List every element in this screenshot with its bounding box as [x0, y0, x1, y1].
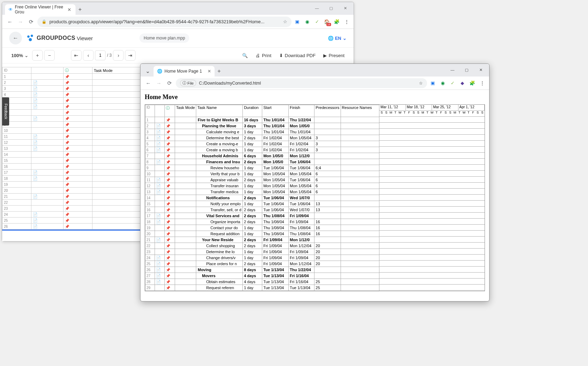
gantt-area: Mar 11, '12Mar 18, '12Mar 25, '12Apr 1, …: [379, 105, 485, 291]
table-row[interactable]: 5📄📌Create a moving-e1 dayFri 1/02/04Fri …: [145, 141, 379, 147]
table-row[interactable]: 7📌Household Adminis6 daysMon 1/05/0Mon 1…: [145, 153, 379, 159]
ext3-icon[interactable]: ✓: [313, 18, 320, 25]
fwd-nav-icon[interactable]: →: [16, 18, 25, 26]
ext4-icon[interactable]: 🏠16: [323, 18, 330, 25]
extensions: ▣ ◉ ✓ 🏠16 🧩 ⋮: [294, 18, 350, 25]
table-row[interactable]: 14📌Notifications2 daysTue 1/06/04Wed 1/0…: [145, 195, 379, 201]
file-proto-pill[interactable]: ⓘ File: [180, 80, 196, 86]
table-row[interactable]: 16📌Transfer, sell, or d2 daysTue 1/06/04…: [145, 207, 379, 213]
close-icon[interactable]: ✕: [208, 69, 211, 74]
omnibox[interactable]: ⓘ File C:/Downloads/myConverted.html ☆: [176, 78, 427, 88]
table-row[interactable]: 27📄📌Movers4 daysTue 1/13/04Fri 1/16/04: [145, 273, 379, 279]
table-row[interactable]: 12📄📌Transfer insuran1 dayMon 1/05/04Mon …: [145, 183, 379, 189]
front-body[interactable]: Home Move IDⓘTask ModeTask NameDurationS…: [140, 90, 489, 301]
minimize-btn[interactable]: —: [310, 4, 324, 13]
print-btn[interactable]: 🖨 Print: [253, 51, 274, 60]
present-btn[interactable]: ▶ Present: [321, 51, 347, 60]
table-row[interactable]: 20📌Request addition1 dayThu 1/08/04Thu 1…: [145, 231, 379, 237]
globe-icon: 🌐: [328, 36, 334, 41]
table-row[interactable]: 26📄📌Moving8 daysTue 1/13/04Thu 1/22/04: [145, 267, 379, 273]
close-icon[interactable]: ✕: [67, 6, 72, 13]
reload-icon[interactable]: ⟳: [27, 18, 35, 26]
ext2-icon[interactable]: ◉: [304, 18, 311, 25]
omnibox[interactable]: 🔒 products.groupdocs.app/viewer/app/?lan…: [37, 17, 292, 27]
front-window-controls: — ▢ ✕: [445, 65, 488, 74]
page-nav: ⇤ ‹ / 3 › ⇥: [71, 50, 136, 61]
doc-title: Home Move: [145, 93, 485, 101]
page-input[interactable]: [95, 50, 106, 60]
page-total: / 3: [107, 53, 112, 58]
back-nav-icon[interactable]: ←: [144, 79, 152, 87]
ext1-icon[interactable]: ▣: [294, 18, 301, 25]
new-tab-btn[interactable]: +: [215, 66, 223, 77]
fwd-nav-icon[interactable]: →: [155, 79, 163, 87]
front-grid: IDⓘTask ModeTask NameDurationStartFinish…: [145, 104, 485, 291]
front-tab[interactable]: 🌐 Home Move Page 1 ✕: [154, 66, 215, 77]
back-address-bar: ← → ⟳ 🔒 products.groupdocs.app/viewer/ap…: [2, 15, 354, 29]
star-icon[interactable]: ☆: [419, 81, 423, 86]
reload-icon[interactable]: ⟳: [165, 79, 174, 87]
table-row[interactable]: 18📄📌Organize importa2 daysThu 1/08/04Fri…: [145, 219, 379, 225]
first-page[interactable]: ⇤: [71, 50, 82, 61]
extensions: ▣ ◉ ✓ ◆ 🧩 ⋮: [429, 80, 486, 87]
gd-logo: GROUPDOCS Viewer: [26, 33, 93, 43]
tab-title: Free Online Viewer | Free Grou: [15, 5, 65, 14]
table-row[interactable]: 11📄📌Appraise valuab2 daysMon 1/05/04Tue …: [145, 177, 379, 183]
ext4-icon[interactable]: ◆: [459, 80, 466, 87]
table-row[interactable]: 2📄📌Planning the Move3 daysThu 1/01/04Mon…: [145, 123, 379, 129]
table-row[interactable]: 13📄📌Transfer medica1 dayMon 1/05/04Mon 1…: [145, 189, 379, 195]
table-row[interactable]: 19📌Contact your do1 dayThu 1/08/04Thu 1/…: [145, 225, 379, 231]
chevron-down-icon: ⌄: [343, 36, 347, 41]
ext3-icon[interactable]: ✓: [449, 80, 456, 87]
table-row[interactable]: 24📄📌Change drivers/v1 dayFri 1/09/04Fri …: [145, 255, 379, 261]
table-row[interactable]: 3📄📌Calculate moving e1 dayThu 1/01/04Thu…: [145, 129, 379, 135]
table-row[interactable]: 6📄📌Create a moving b1 dayFri 1/02/04Fri …: [145, 147, 379, 153]
close-btn[interactable]: ✕: [474, 65, 488, 74]
maximize-btn[interactable]: ▢: [324, 4, 338, 13]
last-page[interactable]: ⇥: [125, 50, 136, 61]
gd-back-btn[interactable]: ←: [9, 32, 22, 44]
menu-icon[interactable]: ⋮: [479, 80, 486, 87]
table-row[interactable]: 28📄📌Obtain estimates4 daysTue 1/13/04Fri…: [145, 279, 379, 285]
table-row[interactable]: 4📄📌Determine the best2 daysFri 1/02/04Mo…: [145, 135, 379, 141]
table-row[interactable]: 1📌Five to Eight Weeks B16 daysThu 1/01/0…: [145, 117, 379, 123]
ext1-icon[interactable]: ▣: [429, 80, 436, 87]
table-row[interactable]: 8📄📌Finances and Insu2 daysMon 1/05/0Tue …: [145, 159, 379, 165]
star-icon[interactable]: ☆: [283, 19, 287, 24]
menu-icon[interactable]: ⋮: [343, 18, 350, 25]
table-row[interactable]: 22📌Collect shopping2 daysFri 1/09/04Mon …: [145, 243, 379, 249]
back-tab[interactable]: 👁 Free Online Viewer | Free Grou ✕: [5, 4, 76, 15]
table-row[interactable]: 29📌Request referen1 dayTue 1/13/04Tue 1/…: [145, 285, 379, 291]
svg-point-2: [29, 38, 32, 41]
svg-point-1: [31, 35, 33, 37]
back-nav-icon[interactable]: ←: [6, 18, 14, 26]
zoom-in[interactable]: +: [32, 50, 43, 61]
chevron-down-icon: ⌄: [24, 53, 29, 58]
eye-icon: 👁: [8, 7, 13, 12]
tab-search-btn[interactable]: ⌄: [142, 66, 154, 77]
table-row[interactable]: 23📌Determine the lo1 dayFri 1/09/04Fri 1…: [145, 249, 379, 255]
ext2-icon[interactable]: ◉: [439, 80, 446, 87]
minimize-btn[interactable]: —: [445, 65, 460, 74]
gd-lang[interactable]: 🌐 EN ⌄: [328, 36, 347, 41]
url-text: products.groupdocs.app/viewer/app/?lang=…: [49, 19, 264, 24]
table-row[interactable]: 21📄📌Your New Reside2 daysFri 1/09/04Mon …: [145, 237, 379, 243]
table-row[interactable]: 25📄📌Place orders for n2 daysFri 1/09/04M…: [145, 261, 379, 267]
download-pdf-btn[interactable]: ⬇ Download PDF: [277, 51, 318, 60]
site-info-icon[interactable]: 🔒: [42, 19, 47, 24]
maximize-btn[interactable]: ▢: [460, 65, 474, 74]
table-row[interactable]: 10📌Verify that your b1 dayMon 1/05/04Mon…: [145, 171, 379, 177]
feedback-tab[interactable]: Feedback: [2, 97, 9, 126]
search-btn[interactable]: 🔍: [240, 51, 250, 60]
new-tab-btn[interactable]: +: [76, 4, 84, 15]
puzzle-icon[interactable]: 🧩: [469, 80, 476, 87]
prev-page[interactable]: ‹: [83, 50, 94, 61]
zoom-level[interactable]: 100% ⌄: [9, 50, 31, 61]
next-page[interactable]: ›: [113, 50, 124, 61]
table-row[interactable]: 17📄📌Vital Services and2 daysThu 1/08/04F…: [145, 213, 379, 219]
puzzle-icon[interactable]: 🧩: [333, 18, 340, 25]
close-btn[interactable]: ✕: [338, 4, 352, 13]
table-row[interactable]: 15📌Notify your emplo1 dayTue 1/06/04Tue …: [145, 201, 379, 207]
table-row[interactable]: 9📌Review househo1 dayTue 1/06/04Tue 1/06…: [145, 165, 379, 171]
zoom-out[interactable]: −: [44, 50, 55, 61]
